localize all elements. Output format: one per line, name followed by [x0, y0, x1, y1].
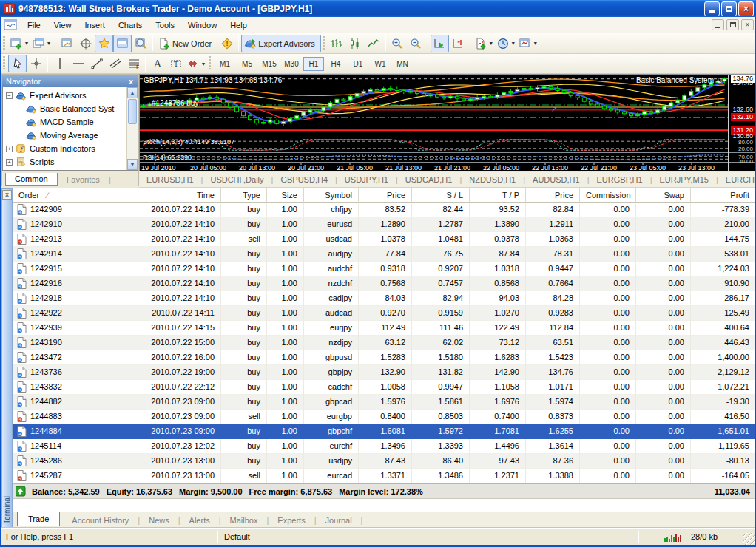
column-header-profit[interactable]: Profit — [691, 188, 756, 203]
timeframe-w1[interactable]: W1 — [370, 57, 391, 71]
tree-item-expert-advisors[interactable]: −Expert Advisors — [6, 89, 126, 102]
expert-advisors-button[interactable]: Expert Advisors — [241, 35, 320, 52]
order-row-1244884[interactable]: 12448842010.07.23 09:00buy1.00gbpchf1.60… — [13, 424, 756, 439]
terminal-tab-alerts[interactable]: Alerts — [180, 514, 219, 526]
child-minimize-button[interactable] — [712, 19, 724, 30]
column-header-size[interactable]: Size — [267, 188, 304, 203]
data-window-button[interactable] — [76, 35, 95, 52]
plus-box-icon[interactable]: + — [6, 146, 13, 152]
terminal-tab-journal[interactable]: Journal — [317, 514, 361, 526]
order-row-1242922[interactable]: 12429222010.07.22 14:11buy1.00audcad0.92… — [13, 306, 756, 321]
chart-tab-nzdusd-h1[interactable]: NZDUSD,H1 — [462, 175, 523, 184]
column-header-time[interactable]: Time — [95, 188, 221, 203]
column-header-t-p[interactable]: T / P — [470, 188, 526, 203]
chart-tab-audusd-h1[interactable]: AUDUSD,H1 — [525, 175, 587, 184]
price-scale[interactable]: 134.76134.45132.60132.10131.20130.8080.0… — [728, 75, 755, 171]
crosshair-button[interactable] — [27, 55, 45, 72]
resize-grip[interactable] — [743, 533, 755, 545]
order-row-1242913[interactable]: 12429132010.07.22 14:10sell1.00usdcad1.0… — [13, 232, 756, 247]
navigator-scrollbar[interactable]: ▲ ▼ — [126, 87, 138, 170]
new-order-button[interactable]: New Order — [155, 35, 217, 52]
text-label-button[interactable]: T — [166, 55, 185, 72]
order-row-1244882[interactable]: 12448822010.07.23 09:00buy1.00gbpcad1.59… — [13, 395, 756, 410]
terminal-caption-bar[interactable]: x Terminal — [1, 188, 13, 528]
order-row-1242916[interactable]: 12429162010.07.22 14:10buy1.00nzdchf0.75… — [13, 276, 756, 291]
timeframe-mn[interactable]: MN — [392, 57, 413, 71]
terminal-tab-mailbox[interactable]: Mailbox — [221, 514, 267, 526]
orders-table-header[interactable]: Order∕TimeTypeSizeSymbolPriceS / LT / PP… — [13, 188, 756, 203]
column-header-commission[interactable]: Commission — [580, 188, 636, 203]
order-row-1243736[interactable]: 12437362010.07.22 19:00buy1.00gbpjpy132.… — [13, 365, 756, 380]
chart-shift-button[interactable] — [449, 35, 468, 52]
cursor-button[interactable] — [8, 55, 27, 72]
zoom-out-button[interactable] — [407, 35, 425, 52]
text-button[interactable]: A — [148, 55, 166, 72]
timeframe-m30[interactable]: M30 — [281, 57, 302, 71]
candlesticks-button[interactable] — [346, 35, 365, 52]
order-row-1245114[interactable]: 12451142010.07.23 12:02buy1.00eurchf1.34… — [13, 439, 756, 454]
child-close-button[interactable]: × — [741, 19, 754, 30]
tree-item-scripts[interactable]: +Scripts — [6, 155, 126, 169]
menu-insert[interactable]: Insert — [78, 18, 112, 32]
column-header-price[interactable]: Price — [526, 188, 580, 203]
indicators-button[interactable]: ▾ — [473, 35, 495, 52]
chart-tab-gbpusd-h4[interactable]: GBPUSD,H4 — [273, 175, 335, 184]
child-window-icon[interactable] — [4, 19, 17, 30]
tree-item-basic-balanced-syst[interactable]: Basic Balanced Syst — [6, 102, 126, 115]
trendline-button[interactable] — [87, 55, 106, 72]
timeframe-h1[interactable]: H1 — [303, 57, 324, 71]
menu-help[interactable]: Help — [223, 18, 254, 32]
fibonacci-button[interactable]: F — [124, 55, 143, 72]
minus-box-icon[interactable]: − — [6, 92, 13, 99]
child-restore-button[interactable] — [726, 19, 739, 30]
tree-item-macd-sample[interactable]: MACD Sample — [6, 115, 126, 129]
navigator-tab-favorites[interactable]: Favorites — [58, 174, 109, 186]
terminal-tab-trade[interactable]: Trade — [17, 512, 60, 526]
bar-chart-button[interactable] — [328, 35, 346, 52]
order-row-1242939[interactable]: 12429392010.07.22 14:15buy1.00eurjpy112.… — [13, 321, 756, 336]
shapes-button[interactable]: ▾ — [185, 55, 207, 72]
timeframe-h4[interactable]: H4 — [325, 57, 346, 71]
column-header-s-l[interactable]: S / L — [412, 188, 470, 203]
templates-button[interactable]: ▾ — [517, 35, 539, 52]
tree-item-custom-indicators[interactable]: +fCustom Indicators — [6, 142, 126, 155]
timeframe-m15[interactable]: M15 — [259, 57, 280, 71]
metaeditor-button[interactable]: ! — [217, 35, 236, 52]
chart-tab-eurgbp-h1[interactable]: EURGBP,H1 — [590, 175, 650, 184]
menu-window[interactable]: Window — [181, 18, 223, 32]
terminal-tab-news[interactable]: News — [140, 514, 178, 526]
navigator-tab-common[interactable]: Common — [5, 173, 58, 186]
chart-tab-eurjpy-m15[interactable]: EURJPY,M15 — [652, 175, 716, 184]
order-row-1243190[interactable]: 12431902010.07.22 15:00buy1.00nzdjpy63.1… — [13, 336, 756, 350]
order-row-1243472[interactable]: 12434722010.07.22 16:00buy1.00gbpusd1.52… — [13, 350, 756, 365]
column-header-price[interactable]: Price — [359, 188, 412, 203]
order-row-1245286[interactable]: 12452862010.07.23 13:00buy1.00usdjpy87.4… — [13, 454, 756, 469]
profiles-button[interactable]: ▾ — [30, 35, 53, 52]
order-row-1242915[interactable]: 12429152010.07.22 14:10buy1.00audchf0.93… — [13, 262, 756, 276]
column-header-swap[interactable]: Swap — [636, 188, 691, 203]
terminal-tab-account-history[interactable]: Account History — [63, 514, 138, 526]
terminal-button[interactable] — [113, 35, 132, 52]
scroll-down-icon[interactable]: ▼ — [127, 159, 138, 170]
menu-tools[interactable]: Tools — [149, 18, 181, 32]
scrollbar-thumb[interactable] — [128, 99, 137, 124]
menu-file[interactable]: File — [21, 18, 47, 32]
zoom-in-button[interactable] — [388, 35, 407, 52]
timeframe-m1[interactable]: M1 — [215, 57, 235, 71]
toolbar-grip[interactable] — [3, 36, 5, 51]
order-row-1245287[interactable]: 12452872010.07.23 13:00sell1.00eurcad1.3… — [13, 469, 756, 483]
chart-canvas[interactable]: ↗GBPJPY,H1 134.71 134.93 134.68 134.76Ba… — [140, 75, 728, 171]
periods-button[interactable]: ▾ — [495, 35, 517, 52]
strategy-tester-button[interactable] — [132, 35, 150, 52]
vertical-line-button[interactable] — [50, 55, 69, 72]
column-header-type[interactable]: Type — [221, 188, 267, 203]
market-watch-button[interactable] — [58, 35, 76, 52]
chart-tab-usdjpy-h1[interactable]: USDJPY,H1 — [337, 175, 396, 184]
order-row-1242910[interactable]: 12429102010.07.22 14:10buy1.00eurusd1.28… — [13, 217, 756, 232]
title-bar[interactable]: 948786513: Wall Street Brokers Trader - … — [0, 0, 756, 17]
toolbar-grip[interactable] — [323, 36, 325, 51]
plus-box-icon[interactable]: + — [6, 159, 13, 166]
terminal-tab-experts[interactable]: Experts — [269, 514, 314, 526]
column-header-symbol[interactable]: Symbol — [304, 188, 359, 203]
menu-charts[interactable]: Charts — [112, 18, 149, 32]
